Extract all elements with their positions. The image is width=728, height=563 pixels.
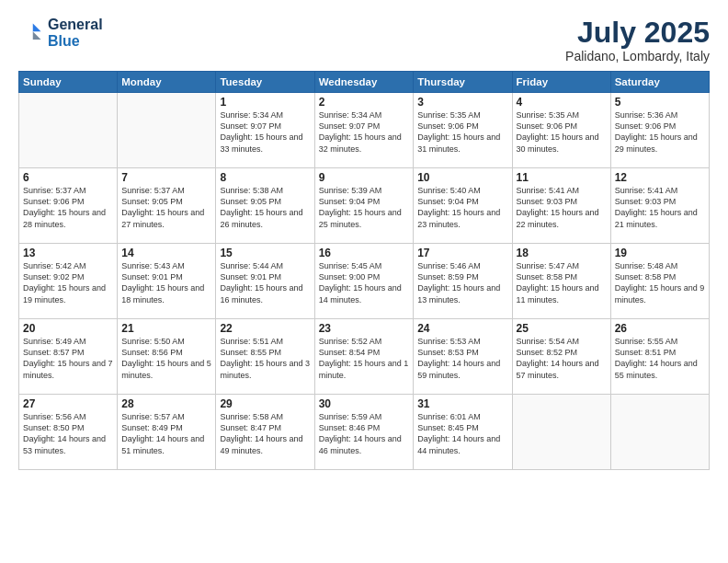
day-number: 21 [121,322,211,335]
day-info: Sunrise: 5:36 AM Sunset: 9:06 PM Dayligh… [615,109,705,155]
day-info: Sunrise: 5:54 AM Sunset: 8:52 PM Dayligh… [517,336,607,381]
table-row: 8Sunrise: 5:38 AM Sunset: 9:05 PM Daylig… [216,168,314,244]
day-info: Sunrise: 5:37 AM Sunset: 9:05 PM Dayligh… [121,185,211,230]
table-row: 31Sunrise: 6:01 AM Sunset: 8:45 PM Dayli… [414,395,512,470]
day-info: Sunrise: 5:53 AM Sunset: 8:53 PM Dayligh… [417,336,507,381]
table-row: 13Sunrise: 5:42 AM Sunset: 9:02 PM Dayli… [19,244,118,319]
day-info: Sunrise: 5:55 AM Sunset: 8:51 PM Dayligh… [615,336,705,381]
day-number: 4 [517,96,607,109]
day-number: 19 [615,247,705,259]
table-row: 19Sunrise: 5:48 AM Sunset: 8:58 PM Dayli… [610,244,709,319]
day-info: Sunrise: 5:35 AM Sunset: 9:06 PM Dayligh… [517,109,607,155]
day-info: Sunrise: 5:44 AM Sunset: 9:01 PM Dayligh… [220,260,310,305]
table-row [512,395,610,470]
table-row: 25Sunrise: 5:54 AM Sunset: 8:52 PM Dayli… [512,319,610,395]
table-row: 1Sunrise: 5:34 AM Sunset: 9:07 PM Daylig… [216,93,314,168]
day-number: 2 [319,96,410,109]
table-row: 9Sunrise: 5:39 AM Sunset: 9:04 PM Daylig… [314,168,414,244]
table-row: 29Sunrise: 5:58 AM Sunset: 8:47 PM Dayli… [216,395,314,470]
table-row: 21Sunrise: 5:50 AM Sunset: 8:56 PM Dayli… [118,319,216,395]
col-thursday: Thursday [414,72,512,93]
day-info: Sunrise: 5:42 AM Sunset: 9:02 PM Dayligh… [23,260,113,305]
calendar-week-row: 27Sunrise: 5:56 AM Sunset: 8:50 PM Dayli… [19,395,710,470]
calendar-header-row: Sunday Monday Tuesday Wednesday Thursday… [19,72,710,93]
day-number: 8 [220,171,310,184]
day-info: Sunrise: 5:47 AM Sunset: 8:58 PM Dayligh… [517,260,607,305]
table-row: 17Sunrise: 5:46 AM Sunset: 8:59 PM Dayli… [414,244,512,319]
table-row: 4Sunrise: 5:35 AM Sunset: 9:06 PM Daylig… [512,93,610,168]
day-info: Sunrise: 5:39 AM Sunset: 9:04 PM Dayligh… [319,185,410,230]
table-row [610,395,709,470]
table-row: 12Sunrise: 5:41 AM Sunset: 9:03 PM Dayli… [610,168,709,244]
table-row: 10Sunrise: 5:40 AM Sunset: 9:04 PM Dayli… [414,168,512,244]
logo-text-general: General [48,17,103,33]
col-monday: Monday [118,72,216,93]
col-sunday: Sunday [19,72,118,93]
day-number: 14 [121,247,211,259]
table-row: 6Sunrise: 5:37 AM Sunset: 9:06 PM Daylig… [19,168,118,244]
day-number: 31 [417,397,507,410]
logo-text-blue: Blue [48,33,103,50]
page: General Blue July 2025 Palidano, Lombard… [0,0,728,563]
day-number: 6 [23,171,113,184]
day-info: Sunrise: 5:40 AM Sunset: 9:04 PM Dayligh… [417,185,507,230]
table-row: 24Sunrise: 5:53 AM Sunset: 8:53 PM Dayli… [414,319,512,395]
table-row: 27Sunrise: 5:56 AM Sunset: 8:50 PM Dayli… [19,395,118,470]
table-row: 2Sunrise: 5:34 AM Sunset: 9:07 PM Daylig… [314,93,414,168]
day-info: Sunrise: 5:41 AM Sunset: 9:03 PM Dayligh… [615,185,705,230]
table-row: 30Sunrise: 5:59 AM Sunset: 8:46 PM Dayli… [314,395,414,470]
title-block: July 2025 Palidano, Lombardy, Italy [565,17,710,63]
day-number: 26 [615,322,705,335]
table-row: 14Sunrise: 5:43 AM Sunset: 9:01 PM Dayli… [118,244,216,319]
day-info: Sunrise: 5:34 AM Sunset: 9:07 PM Dayligh… [220,109,310,155]
day-info: Sunrise: 5:50 AM Sunset: 8:56 PM Dayligh… [121,336,211,381]
calendar-week-row: 1Sunrise: 5:34 AM Sunset: 9:07 PM Daylig… [19,93,710,168]
day-info: Sunrise: 5:49 AM Sunset: 8:57 PM Dayligh… [23,336,113,381]
day-number: 11 [517,171,607,184]
table-row: 22Sunrise: 5:51 AM Sunset: 8:55 PM Dayli… [216,319,314,395]
day-number: 23 [319,322,410,335]
table-row: 15Sunrise: 5:44 AM Sunset: 9:01 PM Dayli… [216,244,314,319]
day-number: 17 [417,247,507,259]
table-row: 5Sunrise: 5:36 AM Sunset: 9:06 PM Daylig… [610,93,709,168]
table-row [118,93,216,168]
day-number: 16 [319,247,410,259]
day-number: 27 [23,397,113,410]
day-info: Sunrise: 5:35 AM Sunset: 9:06 PM Dayligh… [417,109,507,155]
day-number: 10 [417,171,507,184]
calendar-week-row: 13Sunrise: 5:42 AM Sunset: 9:02 PM Dayli… [19,244,710,319]
day-info: Sunrise: 5:43 AM Sunset: 9:01 PM Dayligh… [121,260,211,305]
table-row: 16Sunrise: 5:45 AM Sunset: 9:00 PM Dayli… [314,244,414,319]
day-number: 18 [517,247,607,259]
table-row: 3Sunrise: 5:35 AM Sunset: 9:06 PM Daylig… [414,93,512,168]
day-info: Sunrise: 5:34 AM Sunset: 9:07 PM Dayligh… [319,109,410,155]
day-number: 5 [615,96,705,109]
day-info: Sunrise: 5:58 AM Sunset: 8:47 PM Dayligh… [220,411,310,456]
day-number: 3 [417,96,507,109]
logo-icon [18,20,44,46]
day-number: 7 [121,171,211,184]
table-row: 11Sunrise: 5:41 AM Sunset: 9:03 PM Dayli… [512,168,610,244]
day-info: Sunrise: 5:37 AM Sunset: 9:06 PM Dayligh… [23,185,113,230]
day-info: Sunrise: 5:38 AM Sunset: 9:05 PM Dayligh… [220,185,310,230]
svg-marker-0 [33,23,41,31]
day-number: 29 [220,397,310,410]
day-number: 25 [517,322,607,335]
logo: General Blue [18,17,103,49]
day-info: Sunrise: 5:59 AM Sunset: 8:46 PM Dayligh… [319,411,410,456]
header: General Blue July 2025 Palidano, Lombard… [18,17,710,63]
day-number: 24 [417,322,507,335]
day-info: Sunrise: 5:45 AM Sunset: 9:00 PM Dayligh… [319,260,410,305]
day-number: 9 [319,171,410,184]
location: Palidano, Lombardy, Italy [565,49,710,63]
table-row: 7Sunrise: 5:37 AM Sunset: 9:05 PM Daylig… [118,168,216,244]
calendar-week-row: 6Sunrise: 5:37 AM Sunset: 9:06 PM Daylig… [19,168,710,244]
day-info: Sunrise: 5:48 AM Sunset: 8:58 PM Dayligh… [615,260,705,305]
day-number: 30 [319,397,410,410]
day-number: 20 [23,322,113,335]
table-row: 28Sunrise: 5:57 AM Sunset: 8:49 PM Dayli… [118,395,216,470]
table-row: 26Sunrise: 5:55 AM Sunset: 8:51 PM Dayli… [610,319,709,395]
table-row: 20Sunrise: 5:49 AM Sunset: 8:57 PM Dayli… [19,319,118,395]
col-wednesday: Wednesday [314,72,414,93]
col-tuesday: Tuesday [216,72,314,93]
